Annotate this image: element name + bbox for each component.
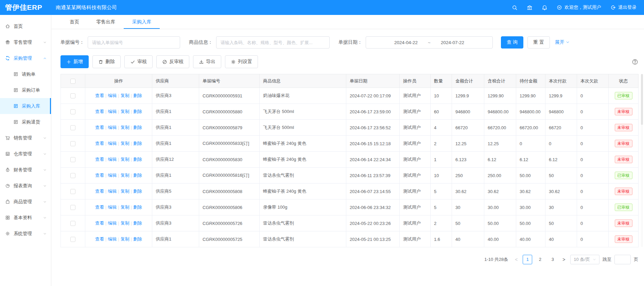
column-header: 本次付款: [545, 74, 577, 88]
row-checkbox[interactable]: [70, 109, 75, 114]
sidebar-item-product-mgmt[interactable]: 商品管理: [0, 194, 51, 210]
warehouse-icon: [5, 151, 10, 156]
next-page-button[interactable]: >: [560, 257, 567, 262]
row-checkbox[interactable]: [70, 93, 75, 98]
audit-button[interactable]: 审核: [124, 55, 153, 68]
action-copy-link[interactable]: 复制: [121, 173, 129, 178]
action-view-link[interactable]: 查看: [95, 125, 104, 130]
help-icon[interactable]: [632, 59, 638, 65]
bank-icon[interactable]: [527, 5, 533, 11]
action-view-link[interactable]: 查看: [95, 221, 104, 226]
action-delete-link[interactable]: 删除: [133, 221, 142, 226]
action-edit-link[interactable]: 编辑: [108, 141, 117, 146]
action-edit-link[interactable]: 编辑: [108, 157, 117, 162]
sidebar-item-basic-data[interactable]: 基本资料: [0, 210, 51, 226]
sidebar-item-purchase-return[interactable]: 采购退货: [0, 114, 51, 130]
sidebar-item-sales-mgmt[interactable]: 销售管理: [0, 130, 51, 146]
sidebar-item-home[interactable]: 首页: [0, 18, 51, 34]
sidebar-item-purchase-mgmt[interactable]: 采购管理: [0, 50, 51, 66]
action-copy-link[interactable]: 复制: [121, 109, 129, 114]
sidebar-item-warehouse-mgmt[interactable]: 仓库管理: [0, 146, 51, 162]
sidebar-item-report-query[interactable]: 报表查询: [0, 178, 51, 194]
row-checkbox[interactable]: [70, 205, 75, 210]
action-delete-link[interactable]: 删除: [133, 93, 142, 98]
action-edit-link[interactable]: 编辑: [108, 221, 117, 226]
column-settings-button[interactable]: 列设置: [225, 55, 258, 68]
sidebar-item-system-mgmt[interactable]: 系统管理: [0, 226, 51, 242]
sidebar-item-finance-mgmt[interactable]: 财务管理: [0, 162, 51, 178]
page-button-1[interactable]: 1: [523, 255, 532, 264]
page-size-select[interactable]: 10 条/页: [570, 255, 599, 264]
page-button-2[interactable]: 2: [535, 255, 545, 264]
row-checkbox[interactable]: [70, 189, 75, 194]
action-copy-link[interactable]: 复制: [121, 157, 129, 162]
action-copy-link[interactable]: 复制: [121, 125, 129, 130]
action-view-link[interactable]: 查看: [95, 157, 104, 162]
sidebar-item-purchase-order[interactable]: 采购订单: [0, 82, 51, 98]
action-view-link[interactable]: 查看: [95, 205, 104, 210]
logout-button[interactable]: 退出登录: [610, 4, 637, 11]
jump-to-input[interactable]: [614, 255, 631, 264]
action-view-link[interactable]: 查看: [95, 236, 104, 242]
action-view-link[interactable]: 查看: [95, 109, 104, 114]
search-button[interactable]: 查 询: [501, 36, 523, 49]
action-edit-link[interactable]: 编辑: [108, 93, 117, 98]
expand-link[interactable]: 展开: [555, 39, 570, 45]
sidebar-item-purchase-request[interactable]: 请购单: [0, 66, 51, 82]
date-range-picker[interactable]: 2024-04-22 ~ 2024-07-22: [366, 36, 493, 49]
action-delete-link[interactable]: 删除: [133, 205, 142, 210]
user-menu[interactable]: 欢迎您，测试用户: [557, 4, 601, 11]
tab-home[interactable]: 首页: [61, 15, 88, 29]
unaudit-button[interactable]: 反审核: [156, 55, 189, 68]
action-delete-link[interactable]: 删除: [133, 236, 142, 242]
page-button-3[interactable]: 3: [548, 255, 557, 264]
action-edit-link[interactable]: 编辑: [108, 189, 117, 194]
sidebar-item-purchase-inbound[interactable]: 采购入库: [0, 98, 51, 114]
action-view-link[interactable]: 查看: [95, 141, 104, 146]
bell-icon[interactable]: [542, 5, 547, 11]
action-edit-link[interactable]: 编辑: [108, 205, 117, 210]
action-copy-link[interactable]: 复制: [121, 93, 129, 98]
action-view-link[interactable]: 查看: [95, 93, 104, 98]
add-button[interactable]: 新增: [60, 55, 89, 68]
action-edit-link[interactable]: 编辑: [108, 109, 117, 114]
date-from-value[interactable]: 2024-04-22: [394, 40, 418, 45]
tab-retail-outbound[interactable]: 零售出库: [88, 15, 124, 29]
scrollbar-thumb[interactable]: [641, 74, 643, 125]
product-info-input[interactable]: [216, 36, 330, 49]
action-edit-link[interactable]: 编辑: [108, 236, 117, 242]
row-checkbox[interactable]: [70, 173, 75, 178]
action-view-link[interactable]: 查看: [95, 173, 104, 178]
row-checkbox[interactable]: [70, 125, 75, 130]
table-scrollbar[interactable]: [641, 74, 643, 247]
search-icon[interactable]: [512, 5, 518, 11]
action-delete-link[interactable]: 删除: [133, 157, 142, 162]
action-copy-link[interactable]: 复制: [121, 221, 129, 226]
action-separator: |: [118, 109, 119, 114]
action-delete-link[interactable]: 删除: [133, 173, 142, 178]
export-button[interactable]: 导出: [193, 55, 221, 68]
action-copy-link[interactable]: 复制: [121, 189, 129, 194]
action-delete-link[interactable]: 删除: [133, 125, 142, 130]
row-checkbox[interactable]: [70, 157, 75, 162]
action-delete-link[interactable]: 删除: [133, 141, 142, 146]
prev-page-button[interactable]: <: [513, 257, 520, 262]
select-all-checkbox[interactable]: [70, 79, 75, 84]
date-to-value[interactable]: 2024-07-22: [441, 40, 464, 45]
action-copy-link[interactable]: 复制: [121, 205, 129, 210]
action-edit-link[interactable]: 编辑: [108, 125, 117, 130]
row-checkbox[interactable]: [70, 237, 75, 242]
delete-button[interactable]: 删除: [92, 55, 121, 68]
tab-purchase-inbound[interactable]: 采购入库: [124, 15, 160, 29]
action-delete-link[interactable]: 删除: [133, 189, 142, 194]
bill-no-input[interactable]: [88, 36, 180, 49]
action-view-link[interactable]: 查看: [95, 189, 104, 194]
action-delete-link[interactable]: 删除: [133, 109, 142, 114]
sidebar-item-retail-mgmt[interactable]: 零售管理: [0, 34, 51, 50]
action-copy-link[interactable]: 复制: [121, 141, 129, 146]
action-edit-link[interactable]: 编辑: [108, 173, 117, 178]
reset-button[interactable]: 重 置: [527, 36, 550, 49]
action-copy-link[interactable]: 复制: [121, 236, 129, 242]
row-checkbox[interactable]: [70, 221, 75, 226]
row-checkbox[interactable]: [70, 141, 75, 146]
